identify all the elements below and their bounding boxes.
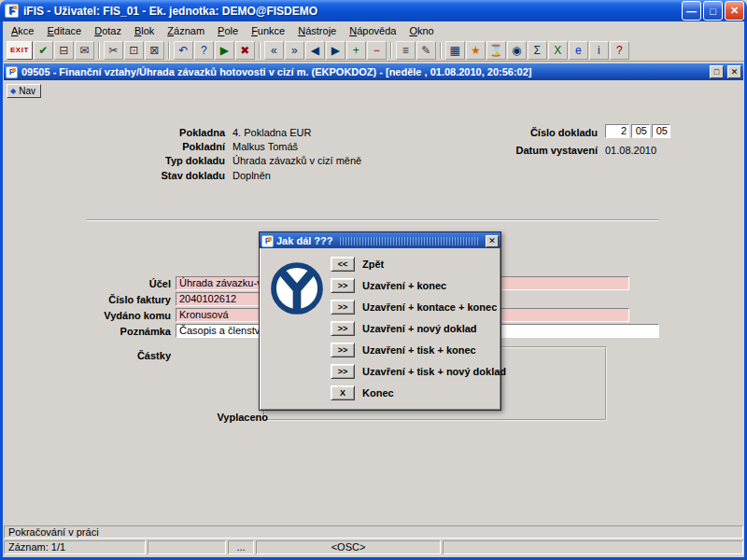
datum-vystaveni-label: Datum vystavení bbox=[481, 145, 598, 156]
close-button[interactable]: ✕ bbox=[725, 1, 744, 21]
status-cell-empty bbox=[443, 540, 743, 554]
mdi-window-title: 09505 - Finanční vztahy/Úhrada závazků h… bbox=[21, 66, 706, 77]
nav-button[interactable]: ◆ Nav bbox=[7, 84, 41, 98]
dialog-titlebar: F Jak dál ??? ✕ bbox=[260, 232, 500, 248]
record-counter: Záznam: 1/1 bbox=[4, 540, 146, 554]
poznamka-label: Poznámka bbox=[54, 326, 171, 337]
vyplaceno-label: Vyplaceno bbox=[210, 412, 268, 423]
prev-block-icon[interactable]: « bbox=[264, 41, 284, 60]
typ-dokladu-value: Úhrada závazků v cizí měně bbox=[233, 155, 361, 166]
menu-item-zaznam[interactable]: Záznam bbox=[161, 23, 211, 38]
vydano-komu-label: Vydáno komu bbox=[54, 310, 171, 321]
cislo-dokladu-label: Číslo dokladu bbox=[481, 127, 598, 138]
enter-query-icon[interactable]: ? bbox=[194, 41, 214, 60]
dialog-button-konec[interactable]: X bbox=[331, 385, 355, 400]
dialog-button-label: Uzavření + tisk + konec bbox=[362, 344, 476, 356]
menu-item-nastroje[interactable]: Nástroje bbox=[291, 23, 343, 38]
nav-button-label: Nav bbox=[19, 86, 35, 96]
paste-icon[interactable]: ⊠ bbox=[145, 41, 164, 60]
clock-icon[interactable]: ⌛ bbox=[486, 41, 506, 60]
window-title: iFIS - Uživatel: FIS_01 - Ek. jednotka: … bbox=[23, 5, 677, 18]
execute-query-icon[interactable]: ▶ bbox=[215, 41, 234, 60]
cislo-dokladu-field-3[interactable]: 05 bbox=[652, 124, 670, 138]
menu-item-dotaz[interactable]: Dotaz bbox=[88, 23, 128, 38]
menu-item-editace[interactable]: Editace bbox=[40, 23, 88, 38]
window-list-icon[interactable]: ▦ bbox=[445, 41, 465, 60]
toolbar: EXIT✔⊟✉✂⊡⊠↶?▶✖«»◀▶+−≡✎▦★⌛◉ΣXei? bbox=[3, 39, 744, 62]
dialog-button-uzavreni-konec[interactable]: >> bbox=[331, 278, 355, 293]
castky-label: Částky bbox=[54, 350, 171, 361]
pokladni-label: Pokladní bbox=[87, 141, 225, 152]
dialog-button-zpet[interactable]: << bbox=[331, 257, 355, 272]
exit-button[interactable]: EXIT bbox=[7, 41, 33, 60]
delete-record-icon[interactable]: − bbox=[367, 41, 387, 60]
ifis-logo-icon: F bbox=[261, 235, 274, 247]
dialog-row-konec: XKonec bbox=[331, 385, 506, 400]
dialog-title: Jak dál ??? bbox=[276, 235, 333, 246]
list-of-values-icon[interactable]: ≡ bbox=[396, 41, 416, 60]
prev-record-icon[interactable]: ◀ bbox=[305, 41, 325, 60]
dialog-button-uzavreni-tisk-novy-doklad[interactable]: >> bbox=[331, 364, 355, 379]
sum-icon[interactable]: Σ bbox=[528, 41, 547, 60]
maximize-button[interactable]: □ bbox=[703, 1, 723, 21]
mdi-close-button[interactable]: ✕ bbox=[727, 65, 741, 78]
menu-item-okno[interactable]: Okno bbox=[402, 23, 440, 38]
ifis-logo-icon: F bbox=[5, 4, 19, 18]
menu-item-akce[interactable]: Akce bbox=[5, 23, 40, 38]
print-icon[interactable]: ⊟ bbox=[54, 41, 74, 60]
next-block-icon[interactable]: » bbox=[285, 41, 304, 60]
dialog-row-uzavreni-kontace-konec: >>Uzavření + kontace + konec bbox=[331, 300, 506, 315]
application-window: F iFIS - Uživatel: FIS_01 - Ek. jednotka… bbox=[0, 0, 747, 560]
dialog-button-label: Uzavření + nový doklad bbox=[362, 323, 477, 334]
dialog-button-uzavreni-novy-doklad[interactable]: >> bbox=[331, 321, 355, 336]
insert-record-icon[interactable]: + bbox=[346, 41, 366, 60]
copy-icon[interactable]: ⊡ bbox=[124, 41, 144, 60]
info-icon[interactable]: i bbox=[589, 41, 609, 60]
status-dots: ... bbox=[228, 540, 254, 554]
dialog-buttons: <<Zpět>>Uzavření + konec>>Uzavření + kon… bbox=[331, 257, 506, 400]
window-border-left bbox=[0, 21, 3, 560]
cancel-query-icon[interactable]: ✖ bbox=[235, 41, 255, 60]
cislo-faktury-field[interactable]: 2040102612 bbox=[176, 292, 260, 306]
dialog-button-uzavreni-kontace-konec[interactable]: >> bbox=[331, 300, 355, 315]
dialog-row-uzavreni-tisk-novy-doklad: >>Uzavření + tisk + nový doklad bbox=[331, 364, 506, 379]
dialog-button-uzavreni-tisk-konec[interactable]: >> bbox=[331, 343, 355, 357]
pokladni-value: Malkus Tomáš bbox=[233, 141, 298, 152]
menu-item-funkce[interactable]: Funkce bbox=[245, 23, 291, 38]
mdi-restore-button[interactable]: □ bbox=[710, 65, 724, 78]
dialog-button-label: Uzavření + kontace + konec bbox=[362, 301, 497, 313]
favorites-icon[interactable]: ★ bbox=[466, 41, 486, 60]
form-area: ◆ Nav Pokladna 4. Pokladna EUR Pokladní … bbox=[3, 80, 744, 525]
minimize-button[interactable]: — bbox=[682, 1, 701, 21]
dialog-row-uzavreni-novy-doklad: >>Uzavření + nový doklad bbox=[331, 321, 506, 336]
typ-dokladu-label: Typ dokladu bbox=[87, 155, 225, 166]
datum-vystaveni-value: 01.08.2010 bbox=[605, 145, 656, 156]
dialog-button-label: Uzavření + konec bbox=[362, 280, 446, 291]
undo-icon[interactable]: ↶ bbox=[174, 41, 193, 60]
help-icon[interactable]: ? bbox=[610, 41, 629, 60]
excel-export-icon[interactable]: X bbox=[548, 41, 568, 60]
dialog-body: <<Zpět>>Uzavření + konec>>Uzavření + kon… bbox=[260, 248, 500, 412]
commit-icon[interactable]: ✔ bbox=[34, 41, 53, 60]
status-bar: Záznam: 1/1 ... <OSC> bbox=[4, 540, 743, 554]
toolbar-separator bbox=[440, 42, 442, 59]
stav-dokladu-label: Stav dokladu bbox=[87, 170, 225, 181]
menu-item-blok[interactable]: Blok bbox=[128, 23, 161, 38]
next-record-icon[interactable]: ▶ bbox=[326, 41, 345, 60]
toolbar-separator bbox=[259, 42, 261, 59]
ifis-logo-icon: F bbox=[6, 66, 18, 78]
cislo-dokladu-field-2[interactable]: 05 bbox=[631, 124, 650, 138]
menu-item-napoveda[interactable]: Nápověda bbox=[343, 23, 402, 38]
editor-icon[interactable]: e bbox=[569, 41, 588, 60]
mail-icon[interactable]: ✉ bbox=[75, 41, 94, 60]
dialog-close-button[interactable]: ✕ bbox=[486, 235, 499, 247]
status-message: Pokračování v práci bbox=[8, 526, 99, 538]
cut-icon[interactable]: ✂ bbox=[104, 41, 123, 60]
pokladna-value: 4. Pokladna EUR bbox=[233, 127, 311, 138]
jak-dal-dialog: F Jak dál ??? ✕ <<Zpět>>Uzavření + konec… bbox=[259, 231, 501, 411]
cislo-dokladu-field-1[interactable]: 2 bbox=[605, 124, 629, 138]
menu-item-pole[interactable]: Pole bbox=[211, 23, 245, 38]
edit-icon[interactable]: ✎ bbox=[416, 41, 436, 60]
globe-icon[interactable]: ◉ bbox=[507, 41, 527, 60]
dialog-row-zpet: <<Zpět bbox=[331, 257, 506, 272]
